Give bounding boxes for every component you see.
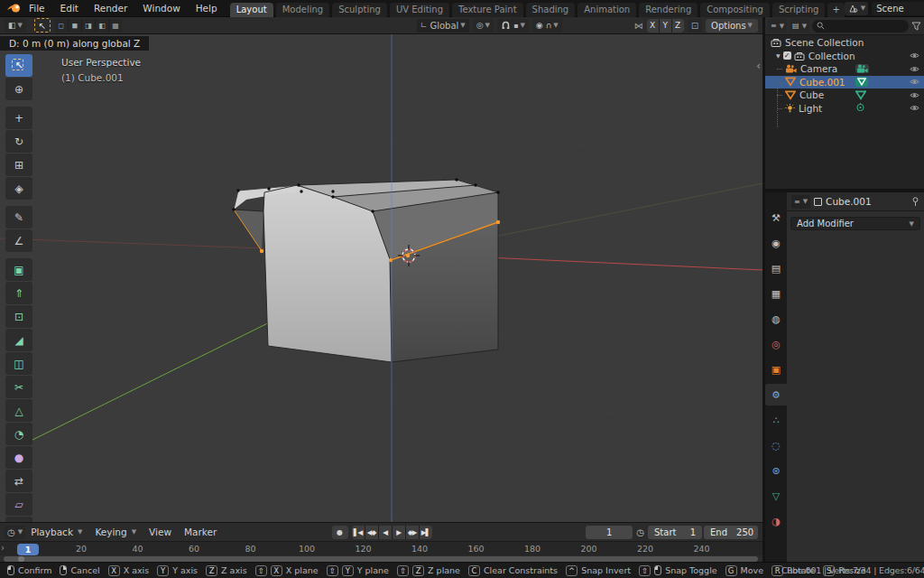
next-keyframe-button[interactable]: ◆▶ — [406, 526, 419, 539]
select-mode-2-button[interactable]: ◼ — [69, 19, 81, 33]
tool-measure-button[interactable]: ∠ — [5, 229, 32, 252]
properties-tab-scene[interactable]: ◍ — [765, 308, 787, 330]
properties-tab-physics[interactable]: ◌ — [765, 434, 787, 456]
outliner-search-input[interactable] — [812, 20, 909, 33]
tool-shear-button[interactable]: ▱ — [5, 493, 32, 516]
tool-add-cube-button[interactable]: ▣ — [5, 258, 32, 281]
tab-shading[interactable]: Shading — [526, 3, 576, 17]
outliner-row-scene-collection[interactable]: Scene Collection — [765, 36, 924, 50]
menu-render[interactable]: Render — [94, 0, 127, 17]
region-collapse-icon[interactable]: ‹ — [756, 60, 761, 72]
tab-rendering[interactable]: Rendering — [639, 3, 698, 17]
tool-transform-button[interactable]: ◈ — [5, 177, 32, 200]
tool-extrude-region-button[interactable]: ⇑ — [5, 282, 32, 304]
mirror-z-toggle[interactable]: Z — [672, 19, 684, 33]
record-button[interactable]: ● — [332, 526, 348, 539]
prev-keyframe-button[interactable]: ◀◆ — [365, 526, 378, 539]
select-mode-3-button[interactable]: ◨ — [82, 19, 95, 33]
pin-icon[interactable] — [911, 197, 919, 207]
tool-loop-cut-button[interactable]: ◫ — [5, 352, 32, 375]
playhead-badge[interactable]: 1 — [17, 544, 39, 555]
properties-tab-particles[interactable]: ∴ — [765, 409, 787, 431]
menu-window[interactable]: Window — [143, 0, 180, 17]
select-mode-1-button[interactable]: ◻ — [55, 19, 68, 33]
properties-tab-render[interactable]: ◉ — [765, 232, 787, 254]
properties-tab-modifiers[interactable]: ⚙ — [765, 384, 787, 406]
current-frame-field[interactable]: 1 — [586, 526, 633, 539]
tool-move-button[interactable]: + — [5, 107, 32, 129]
properties-tab-object-data[interactable]: ▽ — [765, 485, 787, 507]
disclosure-triangle-icon[interactable]: ▼ — [776, 52, 781, 59]
scene-field[interactable]: Scene — [872, 2, 924, 15]
transform-orientation-dropdown[interactable]: ∟ Global▼ — [417, 19, 469, 33]
tab-scripting[interactable]: Scripting — [772, 3, 825, 17]
viewport-3d[interactable]: D: 0 m (0 m) along global Z User Perspec… — [0, 34, 762, 522]
snap-base-icon[interactable]: ⊡ — [688, 19, 702, 33]
timeline-editor-type-button[interactable]: ◷▼ — [5, 526, 25, 539]
menu-edit[interactable]: Edit — [60, 0, 79, 17]
tool-poly-build-button[interactable]: △ — [5, 399, 32, 422]
region-expand-icon[interactable]: › — [1, 543, 5, 553]
timeline-ruler[interactable]: › 1 20406080100120140160180200220240 — [0, 541, 762, 555]
select-mode-5-button[interactable]: ▦ — [109, 19, 122, 33]
outliner-row-collection[interactable]: ▼✓Collection — [765, 50, 924, 63]
select-mode-4-button[interactable]: ◧ — [96, 19, 108, 33]
tab-animation[interactable]: Animation — [578, 3, 636, 17]
timeline-menu-view[interactable]: View — [149, 527, 171, 537]
frame-start-field[interactable]: Start1 — [648, 526, 702, 539]
add-workspace-button[interactable]: + — [827, 3, 844, 17]
outliner-row-camera[interactable]: Camera — [765, 62, 924, 76]
tool-tweak-button[interactable]: ↖ — [5, 54, 32, 77]
play-reverse-button[interactable]: ◀ — [379, 526, 392, 539]
timeline-menu-marker[interactable]: Marker — [184, 527, 217, 537]
outliner-filter-mode-button[interactable]: ▤▼ — [790, 19, 809, 33]
editor-type-button[interactable]: ◧▼ — [5, 19, 26, 33]
mirror-x-toggle[interactable]: X — [647, 19, 659, 33]
collection-checkbox[interactable]: ✓ — [783, 51, 791, 60]
tool-rotate-button[interactable]: ↻ — [5, 130, 32, 153]
properties-tab-constraints[interactable]: ⊛ — [765, 460, 787, 481]
timeline-menu-playback[interactable]: Playback▼ — [31, 527, 82, 537]
add-modifier-dropdown[interactable]: Add Modifier ▼ — [790, 217, 920, 230]
options-dropdown[interactable]: Options▼ — [706, 19, 758, 33]
tool-spin-button[interactable]: ◔ — [5, 423, 32, 445]
outliner-row-light[interactable]: Light — [765, 102, 924, 116]
menu-help[interactable]: Help — [196, 0, 217, 17]
tool-edge-slide-button[interactable]: ⇄ — [5, 470, 32, 492]
snap-toggle-button[interactable]: ▪▼ — [497, 19, 529, 33]
jump-to-start-button[interactable]: ▌◀ — [352, 526, 365, 539]
properties-tab-material[interactable]: ◑ — [765, 510, 787, 532]
pivot-point-dropdown[interactable]: ◎▼ — [473, 19, 494, 33]
tool-inset-faces-button[interactable]: ⊡ — [5, 305, 32, 328]
tool-knife-button[interactable]: ✂ — [5, 376, 32, 398]
active-tool-icon[interactable]: ↖ — [34, 18, 51, 33]
filter-icon[interactable] — [911, 22, 921, 31]
outliner-display-mode-button[interactable]: ≡▼ — [768, 19, 787, 33]
tab-compositing[interactable]: Compositing — [700, 3, 770, 17]
blender-logo-icon[interactable] — [6, 3, 22, 14]
properties-tab-tool[interactable]: ⚒ — [765, 207, 787, 228]
properties-tab-output[interactable]: ▤ — [765, 257, 787, 279]
outliner-row-cube[interactable]: Cube — [765, 89, 924, 102]
timeline-menu-keying[interactable]: Keying▼ — [95, 527, 136, 537]
tab-uv-editing[interactable]: UV Editing — [390, 3, 449, 17]
frame-end-field[interactable]: End250 — [704, 526, 758, 539]
tool-cursor-button[interactable]: ⊕ — [5, 78, 32, 100]
play-button[interactable]: ▶ — [393, 526, 405, 539]
tab-layout[interactable]: Layout — [230, 3, 273, 17]
tool-smooth-button[interactable]: ● — [5, 446, 32, 469]
tab-texture-paint[interactable]: Texture Paint — [452, 3, 523, 17]
tab-sculpting[interactable]: Sculpting — [332, 3, 387, 17]
tool-annotate-button[interactable]: ✎ — [5, 206, 32, 228]
properties-tab-view-layer[interactable]: ▦ — [765, 283, 787, 304]
jump-to-end-button[interactable]: ▶▌ — [420, 526, 432, 539]
tool-scale-button[interactable]: ⊞ — [5, 154, 32, 176]
tab-modeling[interactable]: Modeling — [276, 3, 330, 17]
properties-tab-object[interactable]: ▣ — [765, 359, 787, 380]
properties-editor-type-button[interactable]: ≡▼ — [791, 195, 810, 209]
properties-tab-world[interactable]: ◎ — [765, 333, 787, 355]
menu-file[interactable]: File — [29, 0, 45, 17]
scene-type-button[interactable]: ▼ — [845, 2, 868, 15]
outliner-row-cube-001[interactable]: Cube.001 — [765, 76, 924, 89]
mirror-y-toggle[interactable]: Y — [660, 19, 671, 33]
